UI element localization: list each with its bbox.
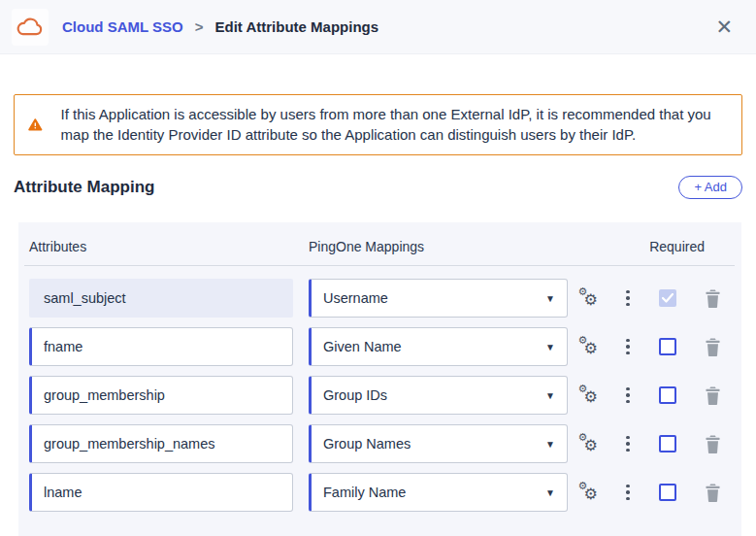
kebab-menu-icon[interactable]	[623, 385, 633, 407]
table-row: group_membership_names Group Names ▼ ⚙ ⚙	[29, 424, 741, 463]
advanced-settings-gear-icon[interactable]: ⚙ ⚙	[578, 482, 602, 503]
attribute-input[interactable]: fname	[29, 327, 293, 366]
trash-icon[interactable]	[705, 434, 721, 453]
attribute-input[interactable]: group_membership_names	[29, 424, 293, 463]
attribute-cell: saml_subject	[29, 279, 309, 318]
table-row: saml_subject Username ▼ ⚙ ⚙	[29, 279, 741, 318]
attribute-input[interactable]: lname	[29, 473, 293, 512]
column-header-required: Required	[649, 239, 705, 254]
attribute-cell: group_membership	[29, 376, 309, 415]
mapping-dropdown[interactable]: Group IDs ▼	[309, 376, 568, 415]
warning-banner: If this Application is accessible by use…	[14, 94, 742, 155]
delete-cell	[691, 483, 734, 502]
required-checkbox[interactable]	[659, 338, 676, 355]
add-button[interactable]: + Add	[678, 176, 742, 200]
mapping-selected-value: Group IDs	[323, 387, 387, 403]
kebab-menu-icon[interactable]	[623, 482, 633, 504]
required-cell	[644, 484, 691, 501]
close-icon[interactable]: ✕	[709, 13, 739, 41]
attribute-mapping-panel: Attributes PingOne Mappings Required sam…	[18, 222, 741, 536]
mapping-dropdown[interactable]: Given Name ▼	[309, 327, 568, 366]
attribute-value: saml_subject	[44, 290, 126, 306]
required-cell	[644, 386, 691, 404]
kebab-menu-icon[interactable]	[623, 433, 633, 455]
mapping-selected-value: Given Name	[323, 339, 402, 354]
delete-cell	[691, 288, 734, 308]
mapping-dropdown[interactable]: Username ▼	[309, 279, 568, 318]
kebab-cell	[611, 336, 644, 358]
gear-cell: ⚙ ⚙	[568, 385, 611, 406]
attribute-value: fname	[44, 339, 82, 354]
table-row: lname Family Name ▼ ⚙ ⚙	[29, 473, 741, 512]
column-header-pingone-mappings: PingOne Mappings	[309, 239, 568, 254]
attribute-input[interactable]: group_membership	[29, 376, 293, 415]
kebab-menu-icon[interactable]	[623, 287, 633, 310]
chevron-down-icon: ▼	[545, 390, 555, 401]
gear-cell: ⚙ ⚙	[568, 336, 611, 357]
chevron-down-icon: ▼	[545, 439, 555, 450]
kebab-cell	[611, 385, 644, 407]
column-header-attributes: Attributes	[29, 239, 309, 254]
gear-big-glyph: ⚙	[584, 485, 598, 503]
gear-big-glyph: ⚙	[584, 290, 598, 309]
mapping-dropdown[interactable]: Group Names ▼	[309, 424, 568, 463]
advanced-settings-gear-icon[interactable]: ⚙ ⚙	[578, 433, 602, 454]
attribute-value: lname	[44, 485, 82, 500]
gear-cell: ⚙ ⚙	[568, 287, 611, 309]
delete-cell	[691, 337, 734, 356]
gear-cell: ⚙ ⚙	[568, 433, 611, 454]
attribute-value: group_membership_names	[44, 436, 215, 452]
trash-icon[interactable]	[705, 385, 721, 405]
gear-big-glyph: ⚙	[584, 339, 598, 357]
header-divider	[24, 265, 735, 266]
kebab-cell	[611, 287, 644, 310]
table-header-row: Attributes PingOne Mappings Required	[29, 235, 741, 254]
modal-header: Cloud SAML SSO > Edit Attribute Mappings…	[0, 0, 756, 54]
advanced-settings-gear-icon[interactable]: ⚙ ⚙	[578, 287, 602, 309]
mapping-dropdown[interactable]: Family Name ▼	[309, 473, 568, 512]
attribute-cell: fname	[29, 327, 309, 366]
gear-big-glyph: ⚙	[584, 436, 598, 454]
mapping-selected-value: Group Names	[323, 436, 411, 452]
table-row: group_membership Group IDs ▼ ⚙ ⚙	[29, 376, 741, 415]
required-cell	[644, 289, 691, 307]
chevron-down-icon: ▼	[545, 293, 555, 304]
gear-cell: ⚙ ⚙	[568, 482, 611, 503]
trash-icon[interactable]	[705, 337, 721, 356]
chevron-down-icon: ▼	[545, 342, 555, 352]
trash-icon[interactable]	[705, 483, 721, 502]
table-rows: saml_subject Username ▼ ⚙ ⚙	[29, 279, 741, 512]
section-heading-row: Attribute Mapping + Add	[14, 176, 742, 200]
mapping-selected-value: Username	[323, 290, 388, 306]
section-title: Attribute Mapping	[14, 178, 154, 197]
app-logo-tile	[12, 9, 49, 46]
required-checkbox[interactable]	[659, 435, 676, 452]
warning-text: If this Application is accessible by use…	[61, 104, 726, 146]
page-title: Edit Attribute Mappings	[215, 18, 379, 35]
advanced-settings-gear-icon[interactable]: ⚙ ⚙	[578, 385, 602, 406]
delete-cell	[691, 385, 734, 405]
delete-cell	[691, 434, 734, 453]
required-checkbox	[659, 289, 676, 307]
warning-triangle-icon	[28, 113, 43, 137]
trash-icon[interactable]	[705, 288, 721, 308]
gear-big-glyph: ⚙	[584, 387, 598, 406]
required-cell	[644, 435, 691, 452]
required-checkbox[interactable]	[659, 484, 676, 501]
attribute-cell: lname	[29, 473, 309, 512]
kebab-cell	[611, 433, 644, 455]
checkmark-icon	[662, 293, 674, 303]
required-checkbox[interactable]	[659, 386, 676, 404]
attribute-input: saml_subject	[29, 279, 293, 318]
kebab-menu-icon[interactable]	[623, 336, 633, 358]
attribute-cell: group_membership_names	[29, 424, 309, 463]
required-cell	[644, 338, 691, 355]
cloud-icon	[16, 16, 45, 38]
mapping-selected-value: Family Name	[323, 485, 406, 500]
breadcrumb-app-title[interactable]: Cloud SAML SSO	[62, 18, 183, 35]
chevron-down-icon: ▼	[545, 487, 555, 498]
attribute-value: group_membership	[44, 387, 165, 403]
kebab-cell	[611, 482, 644, 504]
advanced-settings-gear-icon[interactable]: ⚙ ⚙	[578, 336, 602, 357]
breadcrumb-separator: >	[195, 18, 204, 35]
